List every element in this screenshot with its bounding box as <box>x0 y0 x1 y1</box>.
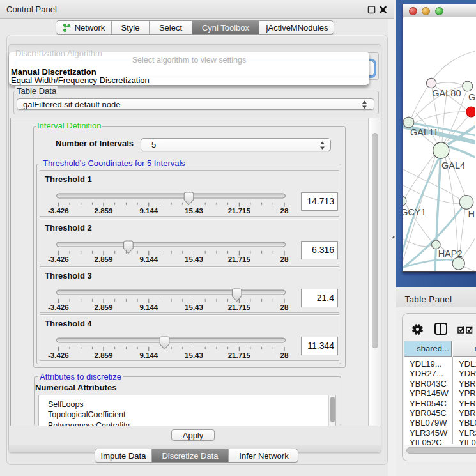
svg-text:9.144: 9.144 <box>139 303 158 311</box>
svg-text:-3.426: -3.426 <box>48 256 69 263</box>
svg-text:15.43: 15.43 <box>185 351 203 359</box>
svg-text:GA: GA <box>468 92 475 102</box>
svg-text:HAP2: HAP2 <box>438 249 463 259</box>
svg-text:GAL80: GAL80 <box>432 88 461 98</box>
svg-text:21.715: 21.715 <box>228 303 251 311</box>
svg-text:21.715: 21.715 <box>228 207 251 215</box>
svg-text:9.144: 9.144 <box>139 207 158 215</box>
svg-text:2.859: 2.859 <box>95 351 113 359</box>
svg-text:15.43: 15.43 <box>185 207 203 215</box>
svg-text:C: C <box>475 118 475 128</box>
svg-text:2.859: 2.859 <box>95 303 113 311</box>
svg-text:9.144: 9.144 <box>139 256 158 263</box>
svg-text:-3.426: -3.426 <box>48 207 69 215</box>
svg-text:GAL11: GAL11 <box>410 127 438 137</box>
svg-text:28: 28 <box>280 351 289 359</box>
svg-text:GCY1: GCY1 <box>403 207 426 217</box>
svg-text:H: H <box>468 209 475 219</box>
svg-text:-3.426: -3.426 <box>48 351 69 359</box>
svg-text:9.144: 9.144 <box>139 351 158 359</box>
svg-text:GAL4: GAL4 <box>441 160 465 171</box>
svg-text:2.859: 2.859 <box>95 207 113 215</box>
svg-text:-3.426: -3.426 <box>48 303 69 311</box>
svg-text:28: 28 <box>280 207 289 215</box>
svg-text:15.43: 15.43 <box>185 303 203 311</box>
svg-text:28: 28 <box>280 256 289 263</box>
svg-text:28: 28 <box>280 303 289 311</box>
svg-text:21.715: 21.715 <box>228 256 251 263</box>
svg-text:21.715: 21.715 <box>228 351 251 359</box>
svg-text:15.43: 15.43 <box>185 256 203 263</box>
svg-text:2.859: 2.859 <box>95 256 113 263</box>
